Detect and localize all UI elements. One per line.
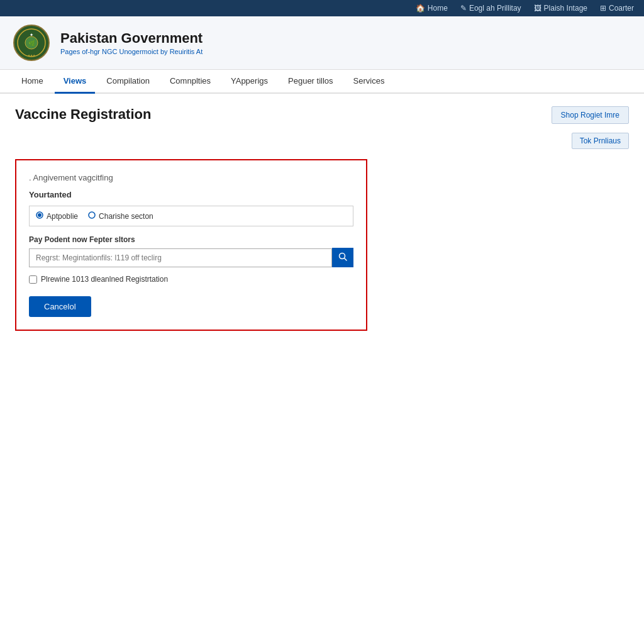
page-content: Vaccine Registration Shop Rogiet Imre To… xyxy=(0,94,644,343)
svg-text:✦✦✦: ✦✦✦ xyxy=(28,53,35,57)
logo-svg: ✦ 🌿 ✦✦✦ xyxy=(13,24,50,62)
radio-aptpoblie[interactable]: Aptpoblie xyxy=(36,211,78,221)
radio-charishe[interactable]: Charishe secton xyxy=(88,211,153,221)
form-box-title: . Angivement vagcitfing xyxy=(29,173,353,182)
topbar-image-label: Plaish Intage xyxy=(544,4,587,13)
shop-register-button[interactable]: Shop Rogiet Imre xyxy=(552,106,629,124)
topbar-language[interactable]: ✎ Eogl ah Prillitay xyxy=(460,4,521,13)
image-icon: 🖼 xyxy=(534,4,541,13)
radio-selected-icon xyxy=(36,211,43,221)
radio-aptpoblie-label: Aptpoblie xyxy=(47,212,78,221)
nav-services[interactable]: Services xyxy=(345,70,394,94)
search-icon xyxy=(338,252,347,263)
topbar-coarter[interactable]: ⊞ Coarter xyxy=(600,4,634,13)
svg-line-10 xyxy=(345,258,347,261)
topbar-image[interactable]: 🖼 Plaish Intage xyxy=(534,4,587,13)
page-title-row: Vaccine Registration Shop Rogiet Imre xyxy=(15,106,629,124)
checkbox-label: Plrewine 1013 dleanlned Registrtation xyxy=(41,275,168,284)
grid-icon: ⊞ xyxy=(600,4,606,13)
site-header: ✦ 🌿 ✦✦✦ Pakistan Government Pages of-hgr… xyxy=(0,16,644,70)
topbar-home-label: Home xyxy=(428,4,448,13)
form-box: . Angivement vagcitfing Yourtanted Aptpo… xyxy=(15,159,367,331)
nav-peguer[interactable]: Peguer tillos xyxy=(279,70,342,94)
nav-views[interactable]: Views xyxy=(55,70,96,94)
org-subtitle: Pages of-hgr NGC Unogermoict by Reuiriti… xyxy=(60,48,203,55)
tok-prnliaus-button[interactable]: Tok Prnliaus xyxy=(572,133,629,149)
secondary-btn-row: Tok Prnliaus xyxy=(15,133,629,149)
svg-point-7 xyxy=(38,213,42,217)
field-label: Pay Podent now Fepter sltors xyxy=(29,235,353,244)
radio-group: Aptpoblie Charishe secton xyxy=(29,206,353,226)
page-title: Vaccine Registration xyxy=(15,106,151,123)
search-row xyxy=(29,248,353,267)
checkbox-row: Plrewine 1013 dleanlned Registrtation xyxy=(29,275,353,284)
radio-charishe-label: Charishe secton xyxy=(99,212,153,221)
topbar-home[interactable]: 🏠 Home xyxy=(416,4,448,13)
home-icon: 🏠 xyxy=(416,4,425,13)
search-button[interactable] xyxy=(332,248,353,267)
top-bar: 🏠 Home ✎ Eogl ah Prillitay 🖼 Plaish Inta… xyxy=(0,0,644,16)
header-text: Pakistan Government Pages of-hgr NGC Uno… xyxy=(60,30,203,55)
form-section-label: Yourtanted xyxy=(29,190,353,199)
declined-registration-checkbox[interactable] xyxy=(29,275,37,284)
nav-compilation[interactable]: Compilation xyxy=(97,70,158,94)
site-logo: ✦ 🌿 ✦✦✦ xyxy=(13,24,50,62)
svg-point-8 xyxy=(89,212,95,218)
nav-home[interactable]: Home xyxy=(13,70,52,94)
language-icon: ✎ xyxy=(460,4,467,13)
nav-comnplties[interactable]: Comnplties xyxy=(161,70,219,94)
org-name: Pakistan Government xyxy=(60,30,203,47)
topbar-language-label: Eogl ah Prillitay xyxy=(469,4,521,13)
nav-yapperings[interactable]: YApperigs xyxy=(222,70,277,94)
svg-text:🌿: 🌿 xyxy=(28,40,36,47)
radio-empty-icon xyxy=(88,211,96,221)
main-nav: Home Views Compilation Comnplties YApper… xyxy=(0,70,644,94)
topbar-coarter-label: Coarter xyxy=(609,4,634,13)
cancel-button[interactable]: Cancelol xyxy=(29,296,91,317)
search-input[interactable] xyxy=(29,248,332,267)
